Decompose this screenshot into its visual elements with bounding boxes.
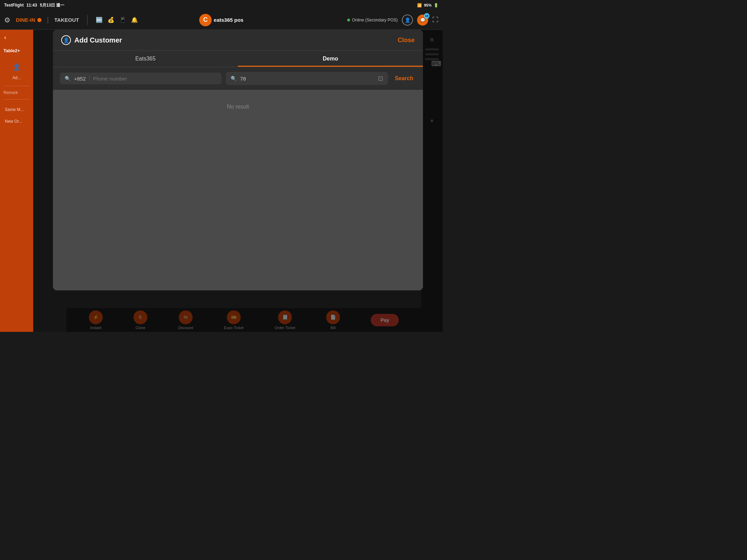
tab-eats365[interactable]: Eats365 xyxy=(53,51,238,67)
battery: 95% xyxy=(424,3,432,7)
sidebar-divider xyxy=(3,86,30,86)
table-name[interactable]: Table2+ xyxy=(0,45,33,56)
phone-number-input[interactable] xyxy=(93,76,217,82)
dine-in-dot xyxy=(37,18,42,22)
no-result-text: No result xyxy=(53,90,423,124)
add-customer-label: Ad... xyxy=(12,75,21,80)
add-customer-sidebar[interactable]: 👤 Ad... xyxy=(0,56,33,84)
dine-in-button[interactable]: DINE-IN xyxy=(16,17,42,23)
remark-label: Remark xyxy=(0,87,33,98)
nav-right: Online (Secondary POS) 👤 💬 15 ⛶ xyxy=(347,15,439,26)
device-icon[interactable]: 📱 xyxy=(119,17,126,23)
modal-close-button[interactable]: Close xyxy=(398,37,415,44)
sidebar-divider-2 xyxy=(3,99,30,100)
modal-body: No result xyxy=(53,90,423,290)
tab-eats365-label: Eats365 xyxy=(135,56,156,62)
dine-in-label: DINE-IN xyxy=(16,17,35,23)
logo-text: eats365 pos xyxy=(214,17,243,23)
modal-overlay: 👤 Add Customer Close Eats365 Demo xyxy=(33,30,443,332)
app-logo: eats365 pos xyxy=(199,14,243,26)
nav-divider: | xyxy=(47,16,49,24)
translate-icon[interactable]: 🔤 xyxy=(96,17,103,23)
sidebar: ‹ Table2+ 👤 Ad... Remark Same M... New O… xyxy=(0,30,33,332)
modal-tabs: Eats365 Demo xyxy=(53,51,423,67)
content-area: n e ⚡ Instant ⎘ Clone % Discount 🎫 Expo … xyxy=(33,30,443,332)
back-icon: ‹ xyxy=(4,34,6,41)
logo-icon xyxy=(199,14,212,26)
online-status: Online (Secondary POS) xyxy=(347,18,398,22)
bell-icon[interactable]: 🔔 xyxy=(131,17,138,23)
modal-header: 👤 Add Customer Close xyxy=(53,30,423,51)
id-search-icon: 🔍 xyxy=(231,76,237,81)
search-button[interactable]: Search xyxy=(392,75,416,82)
phone-prefix: +852 xyxy=(74,76,86,82)
gear-icon[interactable]: ⚙ xyxy=(4,16,10,24)
online-dot xyxy=(347,19,350,21)
message-badge: 15 xyxy=(424,13,430,19)
id-input-value: 78 xyxy=(240,76,374,82)
messages-icon[interactable]: 💬 15 xyxy=(417,15,428,26)
nav-separator xyxy=(87,15,87,25)
app-name: TestFlight xyxy=(4,3,24,8)
new-order-item[interactable]: New Or... xyxy=(3,115,30,127)
back-button[interactable]: ‹ xyxy=(0,30,33,45)
modal-user-icon: 👤 xyxy=(61,35,71,45)
customer-icon: 👤 xyxy=(10,60,24,74)
wifi-icon: 📶 xyxy=(417,3,422,8)
battery-icon: 🔋 xyxy=(434,3,439,8)
tab-demo[interactable]: Demo xyxy=(238,51,423,67)
scan-icon[interactable]: ⊡ xyxy=(378,75,383,82)
top-nav: ⚙ DINE-IN | TAKEOUT 🔤 💰 📱 🔔 eats365 pos … xyxy=(0,10,443,30)
search-row: 🔍 +852 🔍 78 ⊡ Search xyxy=(53,67,423,90)
tab-demo-label: Demo xyxy=(323,56,338,62)
sidebar-menu-items: Same M... New Or... xyxy=(0,101,33,130)
status-bar: TestFlight 11:43 5月13日 週一 📶 95% 🔋 xyxy=(0,0,443,10)
add-customer-modal: 👤 Add Customer Close Eats365 Demo xyxy=(53,30,423,290)
main-layout: ‹ Table2+ 👤 Ad... Remark Same M... New O… xyxy=(0,30,443,332)
nav-icons: 🔤 💰 📱 🔔 xyxy=(96,17,138,23)
phone-input-group[interactable]: 🔍 +852 xyxy=(60,73,222,84)
takeout-button[interactable]: TAKEOUT xyxy=(54,17,79,23)
expand-icon[interactable]: ⛶ xyxy=(432,16,439,24)
date: 5月13日 週一 xyxy=(40,2,64,8)
phone-search-icon: 🔍 xyxy=(65,76,71,81)
payment-icon[interactable]: 💰 xyxy=(108,17,114,23)
modal-title-text: Add Customer xyxy=(74,36,122,44)
user-icon[interactable]: 👤 xyxy=(402,15,413,26)
phone-input-divider xyxy=(89,75,90,82)
online-text: Online (Secondary POS) xyxy=(352,18,398,22)
id-input-group[interactable]: 🔍 78 ⊡ xyxy=(226,72,388,85)
status-bar-left: TestFlight 11:43 5月13日 週一 xyxy=(4,2,65,8)
time: 11:43 xyxy=(26,3,37,8)
same-member-item[interactable]: Same M... xyxy=(3,104,30,115)
status-bar-right: 📶 95% 🔋 xyxy=(417,3,439,8)
modal-title-container: 👤 Add Customer xyxy=(61,35,122,45)
